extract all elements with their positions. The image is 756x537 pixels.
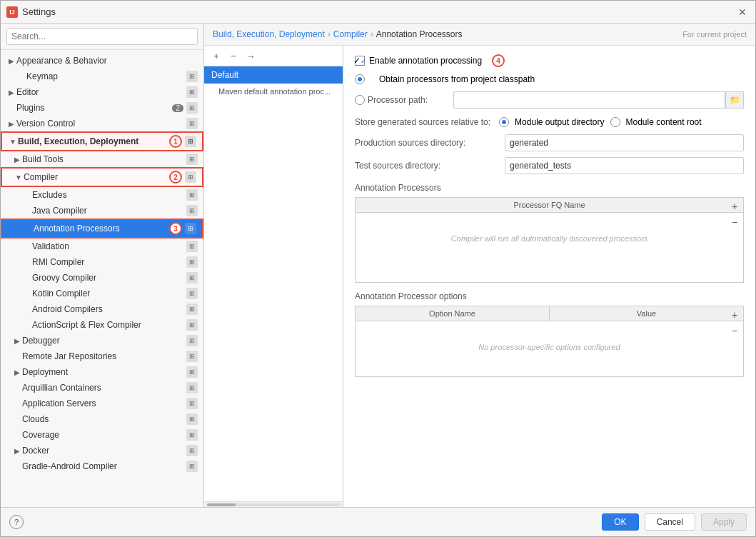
expand-arrow: ▶ xyxy=(6,89,16,96)
breadcrumb-separator: › xyxy=(328,29,331,39)
module-output-label: Module output directory xyxy=(515,117,604,127)
remove-profile-button[interactable]: − xyxy=(226,49,241,63)
module-output-radio[interactable] xyxy=(499,117,509,127)
sidebar-item-label: Deployment xyxy=(22,367,186,377)
settings-icon: ⊞ xyxy=(186,288,198,299)
move-profile-button[interactable]: → xyxy=(243,49,258,63)
annotation-processors-table-header: Processor FQ Name xyxy=(356,198,743,213)
production-sources-input[interactable] xyxy=(505,134,744,151)
settings-content-panel: ✓ Enable annotation processing 4 Obtain … xyxy=(343,46,755,507)
store-sources-row: Store generated sources relative to: Mod… xyxy=(355,117,744,127)
horizontal-scrollbar[interactable] xyxy=(204,501,343,507)
search-box xyxy=(1,24,203,50)
sidebar-item-build-tools[interactable]: ▶ Build Tools ⊞ xyxy=(1,151,203,167)
enable-annotation-label: Enable annotation processing xyxy=(369,56,482,66)
expand-arrow: ▶ xyxy=(6,120,16,128)
settings-icon: ⊞ xyxy=(186,445,198,456)
profile-item-default[interactable]: Default xyxy=(204,66,343,84)
add-profile-button[interactable]: + xyxy=(208,49,224,63)
apply-button[interactable]: Apply xyxy=(701,513,747,531)
circle-badge-2: 2 xyxy=(169,171,182,184)
sidebar-item-actionscript-compiler[interactable]: ▶ ActionScript & Flex Compiler ⊞ xyxy=(1,317,203,333)
sidebar-item-version-control[interactable]: ▶ Version Control ⊞ xyxy=(1,116,203,131)
cancel-button[interactable]: Cancel xyxy=(645,513,695,531)
sidebar-item-clouds[interactable]: ▶ Clouds ⊞ xyxy=(1,411,203,427)
processor-path-label: Processor path: xyxy=(368,95,453,105)
sidebar-item-label: Version Control xyxy=(16,119,186,129)
expand-arrow: ▶ xyxy=(12,337,22,345)
sidebar-item-label: Docker xyxy=(22,446,186,456)
expand-arrow: ▶ xyxy=(12,368,22,376)
sidebar-item-debugger[interactable]: ▶ Debugger ⊞ xyxy=(1,333,203,348)
settings-icon: ⊞ xyxy=(186,303,198,315)
sidebar-item-annotation-processors[interactable]: ▶ Annotation Processors 3 ⊞ xyxy=(1,219,203,239)
split-panel: + − → Default Maven default annotation p… xyxy=(204,46,755,507)
sidebar-item-plugins[interactable]: ▶ Plugins 2 ⊞ xyxy=(1,100,203,116)
search-input[interactable] xyxy=(6,28,198,45)
remove-processor-button[interactable]: − xyxy=(727,215,742,229)
sidebar-item-label: Compiler xyxy=(24,172,166,182)
obtain-processors-radio[interactable] xyxy=(355,74,365,84)
option-name-col: Option Name xyxy=(356,306,550,321)
processor-fq-name-col: Processor FQ Name xyxy=(356,198,743,212)
sidebar-item-android-compilers[interactable]: ▶ Android Compilers ⊞ xyxy=(1,301,203,317)
sidebar-item-label: Remote Jar Repositories xyxy=(22,351,186,361)
sidebar-item-arquillian[interactable]: ▶ Arquillian Containers ⊞ xyxy=(1,380,203,396)
sidebar-item-validation[interactable]: ▶ Validation ⊞ xyxy=(1,239,203,254)
enable-annotation-checkbox[interactable]: ✓ xyxy=(355,56,365,66)
sidebar-item-label: Build Tools xyxy=(22,154,186,164)
sidebar-item-app-servers[interactable]: ▶ Application Servers ⊞ xyxy=(1,396,203,411)
settings-icon: ⊞ xyxy=(186,272,198,283)
sidebar-item-build-execution[interactable]: ▼ Build, Execution, Deployment 1 ⊞ xyxy=(1,131,203,151)
value-col: Value xyxy=(550,306,743,321)
sidebar-item-label: Gradle-Android Compiler xyxy=(22,461,186,471)
test-sources-input[interactable] xyxy=(505,157,744,174)
obtain-processors-row: Obtain processors from project classpath xyxy=(355,74,744,84)
obtain-processors-label: Obtain processors from project classpath xyxy=(379,74,535,84)
module-content-radio[interactable] xyxy=(610,117,620,127)
profiles-toolbar: + − → xyxy=(204,46,343,66)
settings-icon: ⊞ xyxy=(186,102,198,114)
sidebar-item-label: Appearance & Behavior xyxy=(16,56,186,66)
processor-path-radio[interactable] xyxy=(355,95,365,105)
sidebar-item-coverage[interactable]: ▶ Coverage ⊞ xyxy=(1,427,203,443)
sidebar-item-compiler[interactable]: ▼ Compiler 2 ⊞ xyxy=(1,167,203,187)
breadcrumb-part-1: Build, Execution, Deployment xyxy=(213,29,325,39)
sidebar-item-docker[interactable]: ▶ Docker ⊞ xyxy=(1,443,203,458)
ok-button[interactable]: OK xyxy=(602,513,638,531)
title-bar: IJ Settings ✕ xyxy=(1,1,755,24)
sidebar: ▶ Appearance & Behavior ▶ Keymap ⊞ ▶ Edi… xyxy=(1,24,204,507)
add-processor-button[interactable]: + xyxy=(727,199,742,214)
sidebar-item-kotlin-compiler[interactable]: ▶ Kotlin Compiler ⊞ xyxy=(1,286,203,301)
settings-icon: ⊞ xyxy=(186,335,198,346)
help-button[interactable]: ? xyxy=(9,515,24,529)
sidebar-item-rmi-compiler[interactable]: ▶ RMI Compiler ⊞ xyxy=(1,254,203,270)
processor-path-input[interactable] xyxy=(453,91,725,109)
settings-window: IJ Settings ✕ ▶ Appearance & Behavior xyxy=(0,0,756,537)
profile-item-maven[interactable]: Maven default annotation proc... xyxy=(204,84,343,99)
sidebar-item-gradle-android[interactable]: ▶ Gradle-Android Compiler ⊞ xyxy=(1,458,203,474)
production-sources-row: Production sources directory: xyxy=(355,134,744,151)
circle-badge-3: 3 xyxy=(169,222,182,235)
expand-arrow: ▶ xyxy=(6,57,16,65)
sidebar-item-excludes[interactable]: ▶ Excludes ⊞ xyxy=(1,187,203,203)
sidebar-item-label: Validation xyxy=(32,241,186,251)
sidebar-item-remote-jar[interactable]: ▶ Remote Jar Repositories ⊞ xyxy=(1,348,203,364)
app-icon: IJ xyxy=(6,6,18,18)
settings-icon: ⊞ xyxy=(186,118,198,129)
sidebar-item-keymap[interactable]: ▶ Keymap ⊞ xyxy=(1,69,203,84)
processor-path-browse-button[interactable]: 📁 xyxy=(725,91,744,109)
sidebar-item-deployment[interactable]: ▶ Deployment ⊞ xyxy=(1,364,203,380)
sidebar-item-label: Kotlin Compiler xyxy=(32,288,186,298)
add-option-button[interactable]: + xyxy=(727,308,742,322)
sidebar-item-label: Editor xyxy=(16,87,186,97)
profiles-list: Default Maven default annotation proc... xyxy=(204,66,343,501)
remove-option-button[interactable]: − xyxy=(727,323,742,338)
sidebar-item-java-compiler[interactable]: ▶ Java Compiler ⊞ xyxy=(1,203,203,219)
sidebar-item-groovy-compiler[interactable]: ▶ Groovy Compiler ⊞ xyxy=(1,270,203,286)
production-sources-label: Production sources directory: xyxy=(355,138,505,148)
close-button[interactable]: ✕ xyxy=(735,5,750,19)
sidebar-item-appearance[interactable]: ▶ Appearance & Behavior xyxy=(1,53,203,69)
sidebar-item-editor[interactable]: ▶ Editor ⊞ xyxy=(1,84,203,100)
test-sources-label: Test sources directory: xyxy=(355,161,505,171)
